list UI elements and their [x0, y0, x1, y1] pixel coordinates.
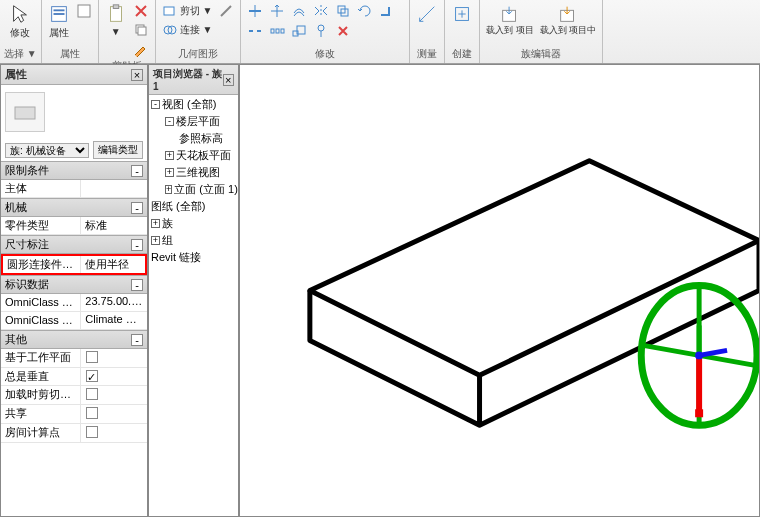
create-tool[interactable]	[449, 2, 475, 26]
tree-toggle[interactable]: -	[165, 117, 174, 126]
cut-clip-tool[interactable]	[131, 2, 151, 20]
move-tool[interactable]	[267, 2, 287, 20]
prop-key: 零件类型	[1, 217, 81, 234]
prop-key: 主体	[1, 180, 81, 197]
tree-node[interactable]: -视图 (全部)	[151, 97, 236, 114]
browser-header[interactable]: 项目浏览器 - 族1 ×	[149, 65, 238, 95]
family-types-tool[interactable]	[74, 2, 94, 20]
tree-node[interactable]: 图纸 (全部)	[151, 199, 236, 216]
browser-close-icon[interactable]: ×	[223, 74, 234, 86]
properties-panel-header[interactable]: 属性 ×	[1, 65, 147, 85]
type-thumbnail	[5, 92, 45, 132]
join-geom-tool[interactable]: 连接 ▼	[160, 21, 215, 39]
prop-value[interactable]: 标准	[81, 217, 147, 234]
tree-node[interactable]: 参照标高	[151, 131, 236, 148]
tree-toggle[interactable]: +	[165, 185, 172, 194]
prop-key: 共享	[1, 405, 81, 423]
tree-node[interactable]: +立面 (立面 1)	[151, 182, 236, 199]
tree-node[interactable]: -楼层平面	[151, 114, 236, 131]
svg-rect-3	[78, 5, 90, 17]
tree-label: 参照标高	[179, 131, 223, 146]
tree-toggle[interactable]: +	[151, 219, 160, 228]
tree-node[interactable]: Revit 链接	[151, 250, 236, 267]
tree-toggle[interactable]: +	[151, 236, 160, 245]
prop-group[interactable]: 机械-	[1, 198, 147, 217]
measure-tool[interactable]	[414, 2, 440, 26]
prop-value[interactable]: ✓	[81, 368, 147, 385]
prop-value[interactable]: 23.75.00.00	[81, 294, 147, 311]
tree-label: 楼层平面	[176, 114, 220, 129]
prop-row[interactable]: OmniClass 编号23.75.00.00	[1, 294, 147, 312]
prop-group[interactable]: 尺寸标注-	[1, 235, 147, 254]
browser-tree[interactable]: -视图 (全部)-楼层平面参照标高+天花板平面+三维视图+立面 (立面 1)图纸…	[149, 95, 238, 269]
copy-tool[interactable]	[333, 2, 353, 20]
scale-tool[interactable]	[289, 22, 309, 40]
svg-rect-15	[281, 29, 284, 33]
paste-tool[interactable]: ▼	[103, 2, 129, 38]
browser-title: 项目浏览器 - 族1	[153, 67, 223, 92]
prop-group[interactable]: 限制条件-	[1, 161, 147, 180]
tree-node[interactable]: +三维视图	[151, 165, 236, 182]
copy-clip-tool[interactable]	[131, 21, 151, 39]
load-close-tool[interactable]: 载入到 项目中	[538, 2, 599, 36]
prop-row[interactable]: 主体	[1, 180, 147, 198]
properties-tool[interactable]: 属性	[46, 2, 72, 41]
prop-value[interactable]: 使用半径	[81, 256, 145, 273]
properties-label: 属性	[49, 26, 69, 40]
prop-row[interactable]: 总是垂直✓	[1, 368, 147, 386]
prop-row[interactable]: OmniClass 标题Climate Control ...	[1, 312, 147, 330]
tree-label: Revit 链接	[151, 250, 201, 265]
prop-row[interactable]: 零件类型标准	[1, 217, 147, 235]
pin-tool[interactable]	[311, 22, 331, 40]
ribbon: 修改 选择 ▼ 属性 属性 ▼ 剪贴板	[0, 0, 760, 64]
rotate-tool[interactable]	[355, 2, 375, 20]
prop-value[interactable]	[81, 180, 147, 197]
prop-row[interactable]: 基于工作平面	[1, 349, 147, 368]
tree-toggle[interactable]: -	[151, 100, 160, 109]
group-geometry-label: 几何图形	[178, 46, 218, 61]
property-grid[interactable]: 限制条件-主体机械-零件类型标准尺寸标注-圆形连接件大小使用半径标识数据-Omn…	[1, 161, 147, 516]
select-tool[interactable]: 修改	[7, 2, 33, 41]
tree-node[interactable]: +天花板平面	[151, 148, 236, 165]
prop-value[interactable]	[81, 386, 147, 404]
mirror-tool[interactable]	[311, 2, 331, 20]
type-selector[interactable]	[1, 85, 147, 139]
properties-close-icon[interactable]: ×	[131, 69, 143, 81]
prop-value[interactable]: Climate Control ...	[81, 312, 147, 329]
prop-value[interactable]	[81, 424, 147, 442]
svg-rect-22	[15, 107, 35, 119]
edit-type-button[interactable]: 编辑类型	[93, 141, 143, 159]
svg-rect-5	[113, 5, 119, 9]
svg-rect-8	[164, 7, 174, 15]
prop-value[interactable]	[81, 405, 147, 423]
match-tool[interactable]	[131, 40, 151, 58]
svg-point-18	[318, 25, 324, 31]
prop-row[interactable]: 房间计算点	[1, 424, 147, 443]
tree-toggle[interactable]: +	[165, 168, 174, 177]
prop-row[interactable]: 圆形连接件大小使用半径	[1, 254, 147, 275]
project-browser: 项目浏览器 - 族1 × -视图 (全部)-楼层平面参照标高+天花板平面+三维视…	[148, 64, 239, 517]
prop-group[interactable]: 其他-	[1, 330, 147, 349]
align-tool[interactable]	[245, 2, 265, 20]
delete-tool[interactable]	[333, 22, 353, 40]
cut-geom-tool[interactable]: 剪切 ▼	[160, 2, 215, 20]
tree-toggle[interactable]: +	[165, 151, 174, 160]
load-project-tool[interactable]: 载入到 项目	[484, 2, 536, 36]
offset-tool[interactable]	[289, 2, 309, 20]
trim-tool[interactable]	[377, 2, 397, 20]
group-properties-label: 属性	[60, 46, 80, 61]
tree-node[interactable]: +族	[151, 216, 236, 233]
tree-node[interactable]: +组	[151, 233, 236, 250]
paste-label: ▼	[111, 26, 121, 37]
prop-key: 圆形连接件大小	[3, 256, 81, 273]
split-tool[interactable]	[245, 22, 265, 40]
prop-group[interactable]: 标识数据-	[1, 275, 147, 294]
prop-value[interactable]	[81, 349, 147, 367]
geom-extra-1[interactable]	[216, 2, 236, 20]
family-selector[interactable]: 族: 机械设备	[5, 143, 89, 158]
viewport-3d[interactable]	[239, 64, 760, 517]
prop-row[interactable]: 共享	[1, 405, 147, 424]
array-tool[interactable]	[267, 22, 287, 40]
svg-rect-1	[53, 9, 64, 11]
prop-row[interactable]: 加载时剪切的空心	[1, 386, 147, 405]
